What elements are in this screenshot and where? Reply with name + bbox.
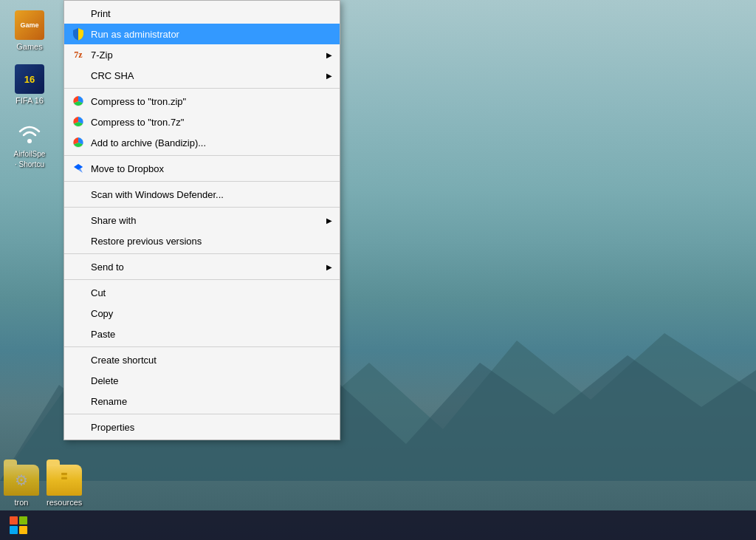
submenu-chevron-icon: ▶ <box>326 263 332 271</box>
bottom-folder-items: ⚙ tron resources <box>4 465 82 507</box>
menu-separator <box>64 181 340 182</box>
start-button[interactable] <box>4 510 33 540</box>
tron-folder-icon: ⚙ <box>4 465 39 496</box>
menu-item-label-share-with: Share with <box>91 215 136 226</box>
menu-separator <box>64 253 340 254</box>
tron-folder-label: tron <box>15 498 29 507</box>
context-menu: Print Run as administrator7z7-Zip▶CRC SH… <box>63 0 340 440</box>
menu-item-label-print: Print <box>91 8 111 19</box>
bandizip-icon <box>70 114 86 130</box>
menu-item-rename[interactable]: Rename <box>64 391 340 411</box>
resources-folder-label: resources <box>47 498 82 507</box>
airfoilspe-icon-label: AirfoilSpe <box>14 150 46 158</box>
games-icon-label: Games <box>16 42 42 51</box>
tron-folder-item[interactable]: ⚙ tron <box>4 465 39 507</box>
menu-item-label-cut: Cut <box>91 287 106 298</box>
menu-separator <box>64 414 340 414</box>
menu-item-copy[interactable]: Copy <box>64 303 340 324</box>
games-desktop-icon[interactable]: Game Games <box>4 7 55 54</box>
resources-folder-item[interactable]: resources <box>47 465 82 507</box>
menu-item-label-scan-defender: Scan with Windows Defender... <box>91 189 224 200</box>
menu-item-add-archive[interactable]: Add to archive (Bandizip)... <box>64 132 340 153</box>
menu-item-label-properties: Properties <box>91 422 134 433</box>
menu-item-label-compress-7z: Compress to "tron.7z" <box>91 117 184 128</box>
menu-item-label-restore-versions: Restore previous versions <box>91 236 202 247</box>
menu-item-restore-versions[interactable]: Restore previous versions <box>64 230 340 251</box>
menu-item-share-with[interactable]: Share with▶ <box>64 210 340 230</box>
menu-item-compress-7z[interactable]: Compress to "tron.7z" <box>64 112 340 132</box>
fifa16-icon: 16 <box>15 64 44 94</box>
menu-item-label-delete: Delete <box>91 375 119 386</box>
menu-separator <box>64 207 340 208</box>
bandizip-icon <box>70 134 86 151</box>
menu-item-label-run-as-admin: Run as administrator <box>91 29 179 40</box>
bandizip-icon <box>70 93 86 109</box>
games-icon: Game <box>15 10 44 40</box>
sevenzip-icon: 7z <box>70 47 86 63</box>
airfoilspe-icon-sublabel: · Shortcu <box>15 160 44 168</box>
airfoilspe-desktop-icon[interactable]: AirfoilSpe · Shortcu <box>4 115 55 171</box>
menu-item-move-dropbox[interactable]: Move to Dropbox <box>64 158 340 179</box>
menu-item-properties[interactable]: Properties <box>64 417 340 437</box>
submenu-chevron-icon: ▶ <box>326 72 332 80</box>
submenu-chevron-icon: ▶ <box>326 216 332 225</box>
menu-item-label-add-archive: Add to archive (Bandizip)... <box>91 137 206 148</box>
menu-item-scan-defender[interactable]: Scan with Windows Defender... <box>64 184 340 205</box>
menu-item-label-copy: Copy <box>91 308 113 319</box>
airfoil-icon <box>15 118 44 148</box>
menu-item-label-7zip: 7-Zip <box>91 49 113 61</box>
resources-folder-icon <box>47 465 82 496</box>
svg-rect-5 <box>61 477 67 479</box>
fifa16-desktop-icon[interactable]: 16 FIFA 16 <box>4 61 55 108</box>
svg-rect-4 <box>61 475 67 477</box>
menu-item-label-create-shortcut: Create shortcut <box>91 355 157 366</box>
menu-item-delete[interactable]: Delete <box>64 370 340 391</box>
taskbar <box>0 510 756 540</box>
fifa16-icon-label: FIFA 16 <box>16 96 44 105</box>
menu-item-crc-sha[interactable]: CRC SHA▶ <box>64 65 340 86</box>
dropbox-icon <box>70 160 86 177</box>
menu-item-print[interactable]: Print <box>64 3 340 24</box>
menu-item-send-to[interactable]: Send to▶ <box>64 256 340 277</box>
menu-item-label-paste: Paste <box>91 329 115 340</box>
menu-item-cut[interactable]: Cut <box>64 282 340 303</box>
menu-item-label-send-to: Send to <box>91 262 124 273</box>
menu-separator <box>64 346 340 347</box>
menu-separator <box>64 155 340 156</box>
menu-separator <box>64 88 340 89</box>
uac-shield-icon <box>70 26 86 42</box>
svg-rect-3 <box>61 473 67 475</box>
gear-badge-icon: ⚙ <box>13 471 30 489</box>
menu-separator <box>64 279 340 280</box>
menu-item-label-rename: Rename <box>91 396 127 407</box>
menu-item-create-shortcut[interactable]: Create shortcut <box>64 349 340 370</box>
menu-item-label-crc-sha: CRC SHA <box>91 70 134 81</box>
submenu-chevron-icon: ▶ <box>326 51 332 59</box>
menu-item-label-move-dropbox: Move to Dropbox <box>91 163 164 174</box>
windows-logo-icon <box>10 516 27 534</box>
menu-item-paste[interactable]: Paste <box>64 324 340 344</box>
menu-item-run-as-admin[interactable]: Run as administrator <box>64 24 340 44</box>
desktop-icon-list: Game Games 16 FIFA 16 AirfoilSpe · Short… <box>0 0 59 179</box>
svg-rect-6 <box>61 479 67 482</box>
menu-item-label-compress-zip: Compress to "tron.zip" <box>91 96 186 107</box>
menu-item-7zip[interactable]: 7z7-Zip▶ <box>64 44 340 65</box>
menu-item-compress-zip[interactable]: Compress to "tron.zip" <box>64 91 340 112</box>
desktop: Game Games 16 FIFA 16 AirfoilSpe · Short… <box>0 0 756 540</box>
svg-point-2 <box>27 139 32 143</box>
